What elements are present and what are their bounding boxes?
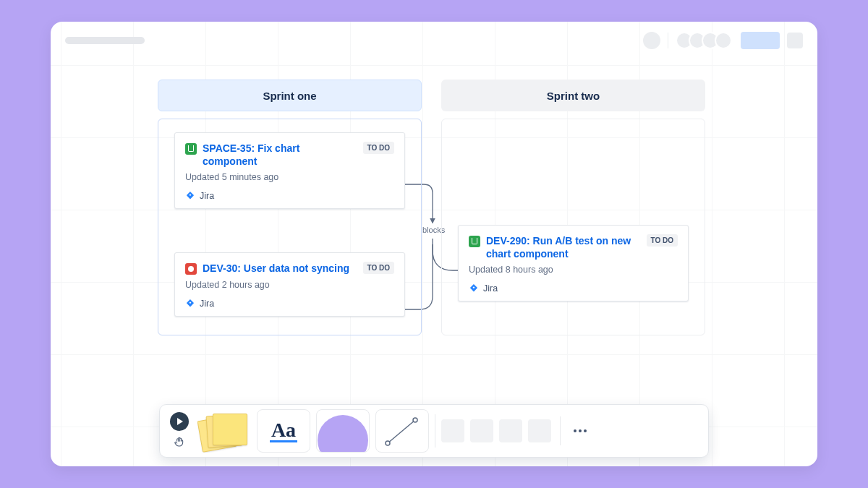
updated-timestamp: Updated 5 minutes ago	[185, 172, 394, 182]
bug-icon	[185, 263, 197, 275]
dot-icon	[574, 429, 576, 432]
sticky-note-icon	[203, 411, 246, 451]
line-icon	[383, 414, 421, 448]
updated-timestamp: Updated 2 hours ago	[185, 280, 394, 290]
separator	[668, 33, 668, 48]
status-badge: TO DO	[363, 142, 394, 154]
tool-slot[interactable]	[499, 419, 522, 442]
collaborator-avatars[interactable]	[676, 32, 732, 49]
present-button[interactable]	[170, 412, 189, 431]
hand-icon	[174, 436, 185, 448]
canvas[interactable]: blocks Sprint one SPACE-35: Fix chart co…	[51, 22, 817, 466]
status-badge: TO DO	[363, 262, 394, 274]
issue-card[interactable]: DEV-290: Run A/B test on new chart compo…	[458, 225, 689, 301]
card-source: Jira	[469, 283, 678, 294]
more-tools-button[interactable]	[560, 416, 592, 445]
tool-slots	[441, 419, 551, 442]
dot-icon	[584, 429, 587, 432]
issue-card[interactable]: SPACE-35: Fix chart component TO DO Upda…	[174, 132, 405, 209]
jira-icon	[469, 283, 479, 294]
jira-icon	[185, 299, 195, 309]
updated-timestamp: Updated 8 hours ago	[469, 265, 678, 275]
share-button[interactable]	[741, 32, 780, 49]
issue-title-link[interactable]: DEV-30: User data not syncing	[203, 262, 349, 275]
pointer-tools	[167, 412, 192, 450]
avatar[interactable]	[715, 32, 732, 49]
top-bar	[51, 22, 817, 59]
tool-slot[interactable]	[441, 419, 464, 442]
source-label: Jira	[200, 191, 214, 201]
toolbar-divider	[435, 414, 435, 448]
column-body[interactable]: DEV-290: Run A/B test on new chart compo…	[441, 119, 705, 335]
column-header[interactable]: Sprint two	[441, 80, 705, 111]
board-menu-button[interactable]	[787, 33, 803, 48]
text-tool-icon: Aa	[270, 420, 297, 442]
presence-avatar[interactable]	[643, 32, 660, 49]
svg-point-1	[386, 441, 390, 445]
whiteboard-window: blocks Sprint one SPACE-35: Fix chart co…	[51, 22, 817, 466]
tool-slot[interactable]	[528, 419, 551, 442]
card-source: Jira	[185, 299, 394, 309]
svg-line-0	[388, 420, 415, 443]
column-body[interactable]: SPACE-35: Fix chart component TO DO Upda…	[158, 119, 422, 335]
column-title: Sprint two	[547, 90, 600, 102]
jira-icon	[185, 191, 195, 201]
card-source: Jira	[185, 191, 394, 201]
story-icon	[185, 143, 197, 155]
column-header[interactable]: Sprint one	[158, 80, 422, 111]
board-title-placeholder[interactable]	[65, 37, 145, 44]
source-label: Jira	[200, 299, 214, 309]
circle-shape-icon	[318, 415, 368, 453]
issue-title-link[interactable]: SPACE-35: Fix chart component	[203, 142, 357, 168]
line-tool[interactable]	[375, 409, 429, 453]
issue-card[interactable]: DEV-30: User data not syncing TO DO Upda…	[174, 252, 405, 316]
shape-tool[interactable]	[316, 409, 370, 453]
top-right-controls	[643, 32, 803, 49]
sprint-column-two[interactable]: Sprint two DEV-290: Run A/B test on new …	[441, 80, 705, 335]
issue-title-link[interactable]: DEV-290: Run A/B test on new chart compo…	[486, 234, 641, 260]
hand-tool[interactable]	[171, 434, 187, 450]
svg-point-2	[413, 418, 417, 422]
status-badge: TO DO	[647, 234, 678, 247]
story-icon	[469, 236, 480, 247]
source-label: Jira	[483, 283, 498, 294]
column-title: Sprint one	[263, 90, 316, 102]
text-tool[interactable]: Aa	[257, 409, 310, 453]
whiteboard-toolbar: Aa	[159, 404, 709, 458]
tool-slot[interactable]	[470, 419, 493, 442]
sprint-column-one[interactable]: Sprint one SPACE-35: Fix chart component…	[158, 80, 422, 335]
sticky-note-tool[interactable]	[197, 409, 251, 453]
dot-icon	[579, 429, 582, 432]
